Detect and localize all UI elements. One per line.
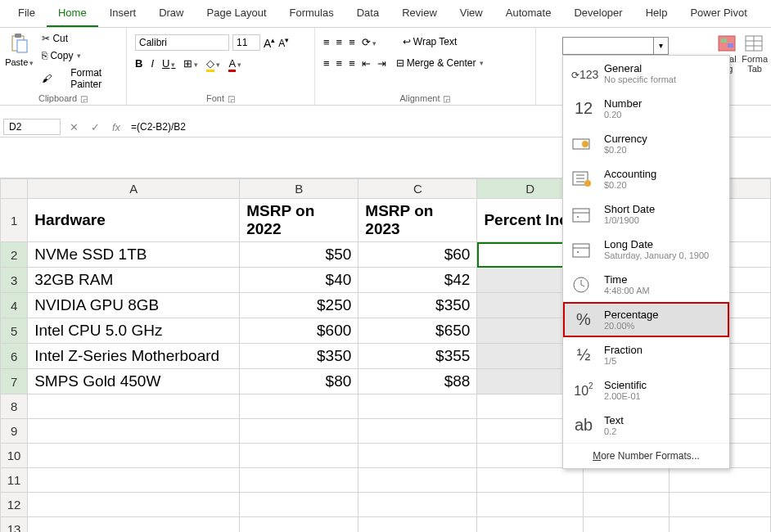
tab-power-pivot[interactable]: Power Pivot: [679, 0, 758, 27]
increase-font-icon[interactable]: A▴: [264, 36, 275, 50]
tab-insert[interactable]: Insert: [98, 0, 148, 27]
cell[interactable]: NVMe SSD 1TB: [28, 242, 240, 268]
tab-draw[interactable]: Draw: [147, 0, 195, 27]
format-option-percentage[interactable]: %Percentage20.00%: [563, 302, 729, 337]
format-option-short-date[interactable]: Short Date1/0/1900: [563, 196, 729, 232]
cell[interactable]: [240, 419, 358, 444]
align-left-icon[interactable]: ≡: [323, 57, 330, 70]
cell[interactable]: [669, 493, 770, 517]
align-center-icon[interactable]: ≡: [336, 57, 343, 70]
cell[interactable]: [240, 493, 358, 517]
format-option-time[interactable]: Time4:48:00 AM: [563, 267, 729, 302]
row-header[interactable]: 7: [1, 369, 28, 394]
column-header[interactable]: B: [240, 179, 358, 199]
chevron-down-icon[interactable]: ▾: [653, 38, 668, 54]
cell[interactable]: $50: [240, 242, 358, 268]
cell[interactable]: $250: [240, 293, 358, 318]
format-as-table-button[interactable]: FormaTab: [742, 34, 768, 74]
wrap-text-button[interactable]: ↩Wrap Text: [399, 34, 461, 49]
row-header[interactable]: 10: [1, 444, 28, 468]
format-option-text[interactable]: abText0.2: [563, 408, 729, 443]
cell[interactable]: $350: [240, 344, 358, 369]
tab-data[interactable]: Data: [345, 0, 390, 27]
tab-file[interactable]: File: [7, 0, 47, 27]
cell[interactable]: [28, 444, 240, 468]
cell[interactable]: $600: [240, 318, 358, 344]
font-launcher-icon[interactable]: ◲: [228, 94, 235, 103]
cell[interactable]: [583, 517, 669, 533]
format-option-scientific[interactable]: 102Scientific2.00E-01: [563, 372, 729, 408]
row-header[interactable]: 5: [1, 318, 28, 344]
tab-page-layout[interactable]: Page Layout: [196, 0, 278, 27]
cell[interactable]: [240, 517, 358, 533]
cell[interactable]: [240, 444, 358, 468]
cell[interactable]: [669, 468, 770, 493]
orientation-icon[interactable]: ⟳: [362, 36, 376, 48]
cut-button[interactable]: ✂Cut: [38, 31, 121, 46]
cell[interactable]: $42: [358, 268, 477, 293]
row-header[interactable]: 2: [1, 242, 28, 268]
cell[interactable]: $88: [358, 369, 477, 394]
cell[interactable]: Hardware: [28, 199, 240, 242]
cell[interactable]: [358, 468, 477, 493]
cell[interactable]: [28, 493, 240, 517]
row-header[interactable]: 4: [1, 293, 28, 318]
format-option-general[interactable]: ⟳123GeneralNo specific format: [563, 56, 729, 91]
column-header[interactable]: C: [358, 179, 477, 199]
cell[interactable]: [358, 493, 477, 517]
italic-button[interactable]: I: [151, 57, 154, 70]
underline-button[interactable]: U: [162, 57, 175, 70]
cell[interactable]: [28, 394, 240, 419]
cell[interactable]: Intel Z-Series Motherboard: [28, 344, 240, 369]
format-painter-button[interactable]: 🖌Format Painter: [38, 65, 121, 92]
row-header[interactable]: 12: [1, 493, 28, 517]
format-option-fraction[interactable]: ½Fraction1/5: [563, 337, 729, 372]
cell[interactable]: [28, 419, 240, 444]
cell[interactable]: [28, 468, 240, 493]
select-all-corner[interactable]: [1, 179, 28, 199]
cell[interactable]: $650: [358, 318, 477, 344]
cell[interactable]: Intel CPU 5.0 GHz: [28, 318, 240, 344]
format-option-long-date[interactable]: Long DateSaturday, January 0, 1900: [563, 232, 729, 267]
row-header[interactable]: 13: [1, 517, 28, 533]
cell[interactable]: [669, 517, 770, 533]
cell[interactable]: [358, 517, 477, 533]
cell[interactable]: [583, 468, 669, 493]
row-header[interactable]: 9: [1, 419, 28, 444]
cell[interactable]: [477, 517, 584, 533]
increase-indent-icon[interactable]: ⇥: [377, 57, 386, 70]
tab-developer[interactable]: Developer: [562, 0, 633, 27]
row-header[interactable]: 11: [1, 468, 28, 493]
more-number-formats[interactable]: More Number Formats...: [563, 443, 729, 468]
cell[interactable]: $355: [358, 344, 477, 369]
cell[interactable]: [358, 419, 477, 444]
alignment-launcher-icon[interactable]: ◲: [443, 94, 450, 103]
align-bottom-icon[interactable]: ≡: [349, 36, 355, 48]
row-header[interactable]: 8: [1, 394, 28, 419]
decrease-indent-icon[interactable]: ⇤: [362, 57, 371, 70]
tab-automate[interactable]: Automate: [494, 0, 563, 27]
cell[interactable]: $40: [240, 268, 358, 293]
bold-button[interactable]: B: [135, 57, 142, 70]
format-option-number[interactable]: 12Number0.20: [563, 91, 729, 126]
number-format-dropdown[interactable]: ▾: [562, 37, 669, 55]
cancel-icon[interactable]: ✕: [65, 121, 82, 133]
column-header[interactable]: A: [28, 179, 240, 199]
cell[interactable]: [583, 493, 669, 517]
align-top-icon[interactable]: ≡: [323, 36, 330, 48]
align-right-icon[interactable]: ≡: [349, 57, 355, 70]
border-button[interactable]: ⊞: [183, 57, 198, 70]
tab-formulas[interactable]: Formulas: [278, 0, 345, 27]
format-option-accounting[interactable]: Accounting$0.20: [563, 161, 729, 196]
cell[interactable]: $80: [240, 369, 358, 394]
name-box[interactable]: [3, 119, 61, 135]
cell[interactable]: NVIDIA GPU 8GB: [28, 293, 240, 318]
cell[interactable]: SMPS Gold 450W: [28, 369, 240, 394]
paste-button[interactable]: Paste: [5, 31, 34, 68]
tab-help[interactable]: Help: [634, 0, 679, 27]
cell[interactable]: 32GB RAM: [28, 268, 240, 293]
cell[interactable]: MSRP on 2022: [240, 199, 358, 242]
cell[interactable]: $60: [358, 242, 477, 268]
cell[interactable]: $350: [358, 293, 477, 318]
cell[interactable]: [28, 517, 240, 533]
